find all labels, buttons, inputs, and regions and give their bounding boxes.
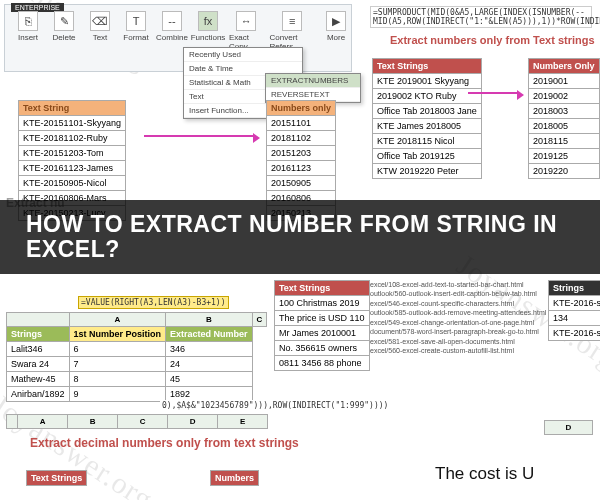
article-title: How to extract number from string in Exc…: [0, 212, 600, 263]
table-numbers-only-right: Numbers Only 2019001 2019002 2018003 201…: [528, 58, 600, 179]
ribbon-button[interactable]: ↔Exact Copy: [229, 11, 264, 51]
table-extracted-number: ABC Strings1st Number PositionExtracted …: [6, 312, 267, 402]
ribbon-button[interactable]: --Combine: [157, 11, 187, 42]
menu-item[interactable]: Recently Used: [184, 48, 302, 62]
ribbon-button[interactable]: TFormat: [121, 11, 151, 42]
ribbon-button[interactable]: ✎Delete: [49, 11, 79, 42]
col-d: D: [544, 420, 593, 435]
column-headers-bottom: ABCDE: [6, 414, 268, 429]
file-list: excel/108-excel-add-text-to-started-bar-…: [370, 280, 546, 356]
text-cost: The cost is U: [435, 464, 534, 484]
ribbon-button[interactable]: ⎘Insert: [13, 11, 43, 42]
text-submenu[interactable]: EXTRACTNUMBERS REVERSETEXT: [265, 73, 361, 103]
arrow-right: [468, 92, 518, 94]
table-strings-far-right: Strings KTE-2016-sales-1 134 KTE-2016-sa…: [548, 280, 600, 341]
table-text-strings-mid: Text Strings 100 Christmas 2019 The pric…: [274, 280, 370, 371]
excel-ribbon: ENTERPRISE ⎘Insert ✎Delete ⌫Text TFormat…: [4, 4, 352, 72]
ribbon-functions-button[interactable]: fxFunctions: [193, 11, 223, 42]
formula-value-right: =VALUE(RIGHT(A3,LEN(A3)-B3+1)): [78, 296, 229, 309]
ribbon-button[interactable]: ▶More: [321, 11, 351, 42]
submenu-item-extractnumbers[interactable]: EXTRACTNUMBERS: [266, 74, 360, 88]
ribbon-button[interactable]: ≡Convert Refers: [270, 11, 315, 51]
article-title-band: How to extract number from string in Exc…: [0, 200, 600, 274]
table-numbers-bottom: Numbers: [210, 470, 259, 486]
title-extract-numbers: Extract numbers only from Text strings: [390, 34, 595, 46]
table-text-strings-bottom: Text Strings: [26, 470, 87, 486]
ribbon-button[interactable]: ⌫Text: [85, 11, 115, 42]
table-text-strings: Text Strings KTE 2019001 Skyyang 2019002…: [372, 58, 482, 179]
formula-sumproduct: =SUMPRODUCT(MID(0&A5,LARGE(INDEX(ISNUMBE…: [370, 6, 592, 28]
formula-fragment: 0),$A$&"1023456789"))),ROW(INDIRECT("1:9…: [160, 400, 390, 411]
title-extract-decimal: Extract decimal numbers only from text s…: [30, 436, 299, 450]
arrow-right: [144, 135, 254, 137]
